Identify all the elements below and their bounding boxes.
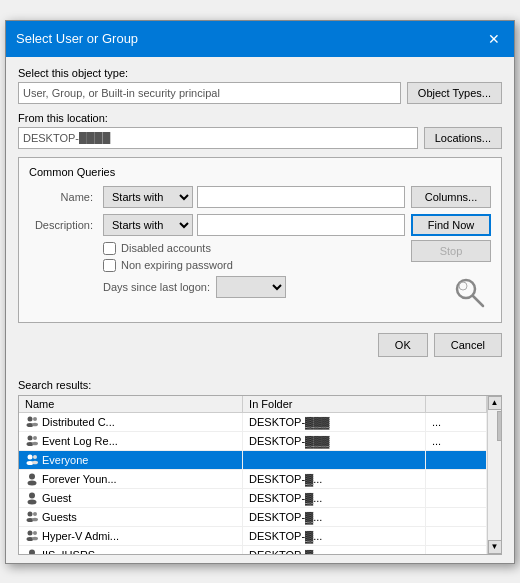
cell-name: Guests (19, 507, 243, 526)
scrollbar-up-btn[interactable]: ▲ (488, 396, 502, 410)
results-table-container: Name In Folder Distributed C...DESKTOP-▓… (18, 395, 502, 555)
table-row[interactable]: Everyone (19, 450, 487, 469)
name-filter-select[interactable]: Starts with Is exactly (103, 186, 193, 208)
table-row[interactable]: Event Log Re...DESKTOP-▓▓▓... (19, 431, 487, 450)
cell-more (426, 545, 487, 554)
cell-folder: DESKTOP-▓... (243, 545, 426, 554)
queries-right-panel: Columns... Find Now Stop (411, 186, 491, 310)
row-icon (25, 491, 39, 505)
row-icon (25, 434, 39, 448)
find-now-button[interactable]: Find Now (411, 214, 491, 236)
scrollbar-thumb[interactable] (497, 411, 503, 441)
desc-filter-select[interactable]: Starts with Is exactly (103, 214, 193, 236)
cell-more (426, 450, 487, 469)
disabled-accounts-row: Disabled accounts (103, 242, 405, 255)
svg-point-5 (33, 417, 37, 421)
name-value-input[interactable] (197, 186, 405, 208)
cell-folder: DESKTOP-▓▓▓ (243, 431, 426, 450)
select-user-dialog: Select User or Group ✕ Select this objec… (5, 20, 515, 564)
cell-folder: DESKTOP-▓... (243, 469, 426, 488)
scrollbar[interactable]: ▲ ▼ (487, 396, 501, 554)
svg-point-13 (33, 455, 37, 459)
svg-point-17 (29, 492, 35, 498)
magnifier-icon (451, 274, 487, 310)
search-results-label: Search results: (18, 379, 502, 391)
dialog-body: Select this object type: Object Types...… (6, 57, 514, 375)
svg-point-18 (28, 499, 37, 504)
cell-name: Forever Youn... (19, 469, 243, 488)
table-row[interactable]: Distributed C...DESKTOP-▓▓▓... (19, 412, 487, 431)
days-select[interactable]: 30 60 90 (216, 276, 286, 298)
cancel-button[interactable]: Cancel (434, 333, 502, 357)
non-expiring-label: Non expiring password (121, 259, 233, 271)
table-row[interactable]: Forever Youn...DESKTOP-▓... (19, 469, 487, 488)
object-type-input (18, 82, 401, 104)
row-icon (25, 510, 39, 524)
cell-folder: DESKTOP-▓... (243, 507, 426, 526)
row-icon (25, 548, 39, 554)
scrollbar-down-btn[interactable]: ▼ (488, 540, 502, 554)
svg-point-26 (32, 536, 38, 540)
cell-more: ... (426, 412, 487, 431)
days-row: Days since last logon: 30 60 90 (103, 276, 405, 298)
locations-button[interactable]: Locations... (424, 127, 502, 149)
svg-point-23 (28, 530, 33, 535)
cell-folder: DESKTOP-▓... (243, 488, 426, 507)
search-results-section: Search results: Name In Folder (6, 375, 514, 555)
queries-form: Name: Starts with Is exactly Description… (29, 186, 405, 310)
ok-button[interactable]: OK (378, 333, 428, 357)
location-label: From this location: (18, 112, 502, 124)
non-expiring-checkbox[interactable] (103, 259, 116, 272)
svg-point-19 (28, 511, 33, 516)
table-row[interactable]: GuestsDESKTOP-▓... (19, 507, 487, 526)
svg-point-22 (32, 517, 38, 521)
object-type-row: Object Types... (18, 82, 502, 104)
svg-point-6 (32, 422, 38, 426)
svg-point-15 (29, 473, 35, 479)
cell-more (426, 488, 487, 507)
results-table: Name In Folder Distributed C...DESKTOP-▓… (19, 396, 487, 554)
row-icon (25, 472, 39, 486)
svg-point-10 (32, 441, 38, 445)
cell-name: Guest (19, 488, 243, 507)
table-row[interactable]: Hyper-V Admi...DESKTOP-▓... (19, 526, 487, 545)
cell-name: Event Log Re... (19, 431, 243, 450)
cell-more (426, 507, 487, 526)
col-header-more (426, 396, 487, 413)
description-label: Description: (29, 219, 99, 231)
close-button[interactable]: ✕ (484, 29, 504, 49)
col-header-name: Name (19, 396, 243, 413)
cell-name: Hyper-V Admi... (19, 526, 243, 545)
desc-value-input[interactable] (197, 214, 405, 236)
results-table-wrap[interactable]: Name In Folder Distributed C...DESKTOP-▓… (19, 396, 487, 554)
svg-point-16 (28, 480, 37, 485)
object-type-label: Select this object type: (18, 67, 502, 79)
cell-folder (243, 450, 426, 469)
row-icon (25, 415, 39, 429)
columns-button[interactable]: Columns... (411, 186, 491, 208)
location-row: Locations... (18, 127, 502, 149)
disabled-accounts-checkbox[interactable] (103, 242, 116, 255)
stop-button[interactable]: Stop (411, 240, 491, 262)
disabled-accounts-label: Disabled accounts (121, 242, 211, 254)
name-label: Name: (29, 191, 99, 203)
common-queries-section: Common Queries Name: Starts with Is exac… (18, 157, 502, 323)
table-row[interactable]: IIS_IUSRSDESKTOP-▓... (19, 545, 487, 554)
cell-folder: DESKTOP-▓▓▓ (243, 412, 426, 431)
location-input (18, 127, 418, 149)
name-row: Name: Starts with Is exactly (29, 186, 405, 208)
cell-more (426, 526, 487, 545)
svg-point-14 (32, 460, 38, 464)
cell-folder: DESKTOP-▓... (243, 526, 426, 545)
bottom-buttons: OK Cancel (18, 333, 502, 357)
cell-more: ... (426, 431, 487, 450)
svg-point-21 (33, 512, 37, 516)
table-row[interactable]: GuestDESKTOP-▓... (19, 488, 487, 507)
common-queries-title: Common Queries (29, 166, 491, 178)
svg-point-3 (28, 416, 33, 421)
svg-point-27 (29, 549, 35, 554)
cell-name: IIS_IUSRS (19, 545, 243, 554)
object-types-button[interactable]: Object Types... (407, 82, 502, 104)
svg-point-2 (459, 282, 467, 290)
cell-name: Everyone (19, 450, 243, 469)
